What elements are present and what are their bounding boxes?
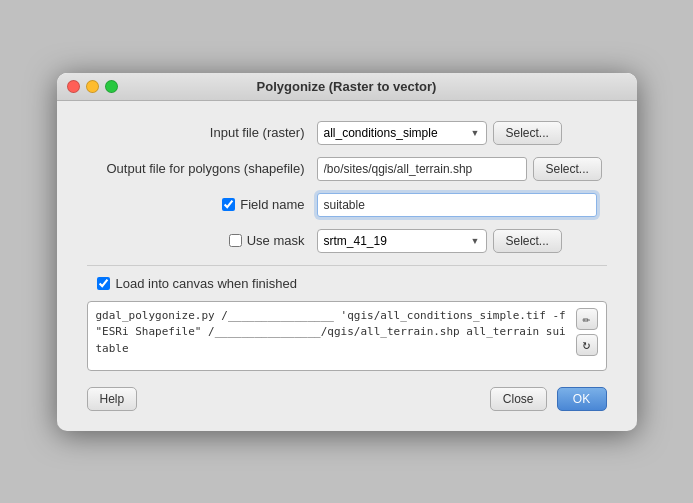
- input-file-dropdown[interactable]: all_conditions_simple ▼: [317, 121, 487, 145]
- title-bar: Polygonize (Raster to vector): [57, 73, 637, 101]
- use-mask-controls: srtm_41_19 ▼ Select...: [317, 229, 607, 253]
- use-mask-row: Use mask srtm_41_19 ▼ Select...: [87, 229, 607, 253]
- use-mask-arrow-icon: ▼: [471, 236, 480, 246]
- footer-right-buttons: Close OK: [490, 387, 607, 411]
- field-name-checkbox[interactable]: [222, 198, 235, 211]
- output-file-controls: Select...: [317, 157, 607, 181]
- help-button[interactable]: Help: [87, 387, 138, 411]
- input-file-controls: all_conditions_simple ▼ Select...: [317, 121, 607, 145]
- ok-button[interactable]: OK: [557, 387, 607, 411]
- close-button[interactable]: Close: [490, 387, 547, 411]
- main-window: Polygonize (Raster to vector) Input file…: [57, 73, 637, 431]
- load-canvas-row: Load into canvas when finished: [87, 276, 607, 291]
- pencil-icon: ✏: [583, 311, 591, 326]
- input-file-row: Input file (raster) all_conditions_simpl…: [87, 121, 607, 145]
- use-mask-label[interactable]: Use mask: [229, 233, 305, 248]
- command-line1: gdal_polygonize.py /________________ 'qg…: [96, 309, 566, 322]
- use-mask-checkbox-area: Use mask: [87, 233, 317, 248]
- dropdown-arrow-icon: ▼: [471, 128, 480, 138]
- command-area: gdal_polygonize.py /________________ 'qg…: [87, 301, 607, 371]
- command-icons: ✏ ↻: [572, 308, 598, 364]
- field-name-checkbox-area: Field name: [87, 197, 317, 212]
- load-canvas-checkbox[interactable]: [97, 277, 110, 290]
- field-name-input[interactable]: [317, 193, 597, 217]
- close-traffic-light[interactable]: [67, 80, 80, 93]
- command-line2: "ESRi Shapefile" /________________/qgis/…: [96, 325, 566, 355]
- use-mask-value: srtm_41_19: [324, 234, 387, 248]
- use-mask-select-button[interactable]: Select...: [493, 229, 562, 253]
- dialog-content: Input file (raster) all_conditions_simpl…: [57, 101, 637, 431]
- output-file-row: Output file for polygons (shapefile) Sel…: [87, 157, 607, 181]
- refresh-icon: ↻: [583, 337, 591, 352]
- window-title: Polygonize (Raster to vector): [257, 79, 437, 94]
- field-name-row: Field name: [87, 193, 607, 217]
- field-name-label[interactable]: Field name: [222, 197, 304, 212]
- traffic-lights: [67, 80, 118, 93]
- input-file-label: Input file (raster): [87, 125, 317, 140]
- output-file-label: Output file for polygons (shapefile): [87, 161, 317, 176]
- divider: [87, 265, 607, 266]
- use-mask-dropdown[interactable]: srtm_41_19 ▼: [317, 229, 487, 253]
- refresh-command-button[interactable]: ↻: [576, 334, 598, 356]
- input-file-select-button[interactable]: Select...: [493, 121, 562, 145]
- minimize-traffic-light[interactable]: [86, 80, 99, 93]
- input-file-value: all_conditions_simple: [324, 126, 438, 140]
- field-name-controls: [317, 193, 607, 217]
- output-file-select-button[interactable]: Select...: [533, 157, 602, 181]
- command-text: gdal_polygonize.py /________________ 'qg…: [96, 308, 568, 364]
- edit-command-button[interactable]: ✏: [576, 308, 598, 330]
- footer-buttons: Help Close OK: [87, 387, 607, 411]
- use-mask-checkbox[interactable]: [229, 234, 242, 247]
- load-canvas-label[interactable]: Load into canvas when finished: [97, 276, 297, 291]
- maximize-traffic-light[interactable]: [105, 80, 118, 93]
- output-file-input[interactable]: [317, 157, 527, 181]
